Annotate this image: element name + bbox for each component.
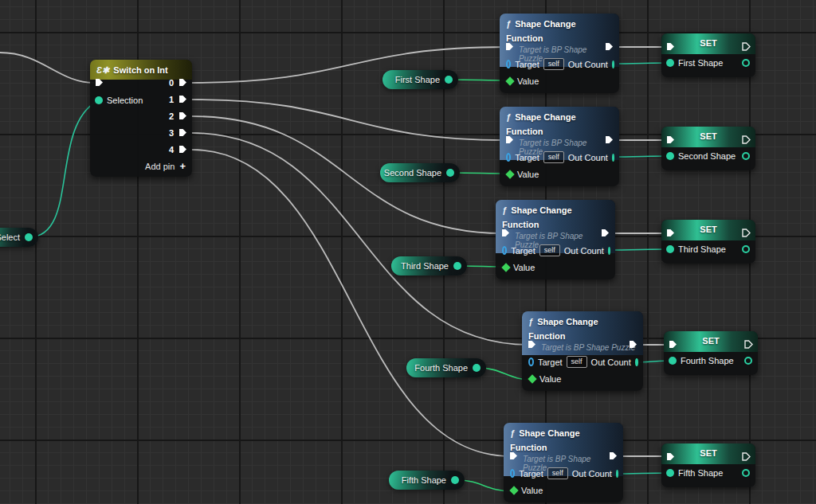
getter-fifth-shape[interactable]: Fifth Shape xyxy=(389,471,465,490)
getter-first-shape-pin[interactable] xyxy=(445,76,453,84)
fn4-value-pin[interactable] xyxy=(528,374,536,383)
fn1-value-pin[interactable] xyxy=(505,76,514,85)
switch-selection-row: Selection xyxy=(95,96,143,105)
fn2-target-pin[interactable] xyxy=(506,153,511,162)
wire-select-to-selection[interactable] xyxy=(29,101,97,237)
fn3-exec-in-pin[interactable] xyxy=(500,228,511,238)
function-node-1[interactable]: ƒShape Change Function Target is BP Shap… xyxy=(500,14,619,93)
switch-case-4-label: 4 xyxy=(169,145,174,154)
fn2-target-label: Target xyxy=(515,153,539,162)
set5-var-out-pin[interactable] xyxy=(742,469,750,477)
set-node-2[interactable]: SET Second Shape xyxy=(661,127,755,170)
switch-on-int-node[interactable]: Ɛ✱Switch on Int Selection 0 1 2 3 4 xyxy=(90,60,192,177)
set3-var-out-pin[interactable] xyxy=(742,245,750,253)
switch-node-title: Switch on Int xyxy=(113,65,167,75)
wire-switch-case-4[interactable] xyxy=(191,150,511,456)
fn2-exec-out-pin[interactable] xyxy=(604,135,614,145)
function-node-2[interactable]: ƒShape Change Function Target is BP Shap… xyxy=(500,107,619,186)
set1-var-label: First Shape xyxy=(678,58,723,68)
getter-fourth-shape[interactable]: Fourth Shape xyxy=(406,358,486,377)
set1-var-out-pin[interactable] xyxy=(742,59,750,67)
switch-case-3-pin[interactable] xyxy=(178,127,188,138)
fn1-exec-out-pin[interactable] xyxy=(604,41,614,52)
function-node-4[interactable]: ƒShape Change Function Target is BP Shap… xyxy=(522,311,643,391)
fn4-self-box[interactable]: self xyxy=(567,356,587,368)
getter-fourth-shape-pin[interactable] xyxy=(473,364,481,372)
set1-exec-in-pin[interactable] xyxy=(665,41,676,52)
set1-var-in-pin[interactable] xyxy=(666,59,674,67)
set2-var-out-pin[interactable] xyxy=(742,152,750,160)
wire-exec-entry[interactable] xyxy=(0,53,94,83)
fn5-target-pin[interactable] xyxy=(510,469,515,478)
fn4-exec-out-pin[interactable] xyxy=(628,339,638,350)
fn4-value-label: Value xyxy=(539,374,561,384)
switch-case-row-2: 2 xyxy=(169,111,188,121)
set4-exec-in-pin[interactable] xyxy=(668,339,678,350)
fn1-exec-in-pin[interactable] xyxy=(504,41,515,52)
set2-exec-out-pin[interactable] xyxy=(741,135,751,145)
set2-var-in-pin[interactable] xyxy=(666,152,674,160)
set5-exec-out-pin[interactable] xyxy=(741,451,751,462)
fn1-self-box[interactable]: self xyxy=(543,58,564,70)
blueprint-graph-canvas[interactable]: Select Ɛ✱Switch on Int Selection 0 1 2 3 xyxy=(0,0,816,504)
switch-case-2-pin[interactable] xyxy=(178,111,188,121)
set-node-3[interactable]: SET Third Shape xyxy=(661,220,755,264)
wire-switch-case-3[interactable] xyxy=(191,133,529,345)
fn5-exec-in-pin[interactable] xyxy=(508,451,519,461)
getter-third-shape[interactable]: Third Shape xyxy=(391,256,467,275)
switch-case-0-pin[interactable] xyxy=(178,77,188,88)
set1-exec-out-pin[interactable] xyxy=(741,41,751,52)
set4-exec-out-pin[interactable] xyxy=(743,339,754,350)
fn3-value-pin[interactable] xyxy=(501,263,510,272)
fn5-value-pin[interactable] xyxy=(509,486,518,494)
getter-fifth-shape-pin[interactable] xyxy=(451,476,459,484)
switch-exec-in-pin[interactable] xyxy=(94,77,104,88)
switch-selection-label: Selection xyxy=(107,96,143,105)
set-node-1[interactable]: SET First Shape xyxy=(661,33,755,77)
fn2-value-pin[interactable] xyxy=(505,170,514,178)
fn3-self-box[interactable]: self xyxy=(539,244,560,256)
set4-var-label: Fourth Shape xyxy=(681,356,734,365)
function-node-3[interactable]: ƒShape Change Function Target is BP Shap… xyxy=(496,200,615,279)
fn2-self-box[interactable]: self xyxy=(543,151,564,163)
switch-case-1-pin[interactable] xyxy=(178,94,188,104)
fn3-exec-out-pin[interactable] xyxy=(600,228,610,238)
getter-first-shape[interactable]: First Shape xyxy=(382,70,458,89)
fn5-out-count-pin[interactable] xyxy=(616,470,618,478)
select-output-pin[interactable] xyxy=(25,233,33,241)
getter-second-shape-pin[interactable] xyxy=(446,169,454,177)
fn5-exec-out-pin[interactable] xyxy=(608,451,618,461)
getter-third-shape-pin[interactable] xyxy=(453,262,461,270)
set5-var-in-pin[interactable] xyxy=(666,469,674,477)
function-icon: ƒ xyxy=(506,19,511,29)
fn4-out-count-pin[interactable] xyxy=(635,358,638,366)
fn1-target-pin[interactable] xyxy=(506,60,511,68)
fn2-exec-in-pin[interactable] xyxy=(504,135,515,145)
fn3-target-pin[interactable] xyxy=(502,246,507,255)
switch-add-pin-button[interactable]: Add pin + xyxy=(145,160,186,172)
set3-exec-out-pin[interactable] xyxy=(741,228,751,238)
set3-var-in-pin[interactable] xyxy=(666,245,674,253)
getter-select[interactable]: Select xyxy=(0,228,38,247)
switch-icon: Ɛ✱ xyxy=(96,65,109,75)
set3-exec-in-pin[interactable] xyxy=(665,228,676,238)
switch-selection-pin[interactable] xyxy=(95,96,103,104)
fn1-out-count-pin[interactable] xyxy=(612,61,614,68)
set4-var-out-pin[interactable] xyxy=(744,357,752,365)
fn3-out-count-pin[interactable] xyxy=(608,247,610,255)
getter-first-shape-label: First Shape xyxy=(395,75,440,84)
fn4-exec-in-pin[interactable] xyxy=(527,339,537,350)
switch-case-4-pin[interactable] xyxy=(178,144,188,154)
function-node-5[interactable]: ƒShape Change Function Target is BP Shap… xyxy=(504,423,623,502)
fn4-target-pin[interactable] xyxy=(528,357,534,366)
fn2-out-count-pin[interactable] xyxy=(612,154,614,162)
wire-switch-case-0[interactable] xyxy=(191,47,507,83)
fn4-target-label: Target xyxy=(538,357,563,367)
getter-second-shape[interactable]: Second Shape xyxy=(380,163,460,182)
set-node-4[interactable]: SET Fourth Shape xyxy=(664,331,758,375)
set5-exec-in-pin[interactable] xyxy=(665,451,676,462)
fn5-self-box[interactable]: self xyxy=(547,467,568,479)
set4-var-in-pin[interactable] xyxy=(669,357,677,365)
set-node-5[interactable]: SET Fifth Shape xyxy=(661,443,755,487)
set2-exec-in-pin[interactable] xyxy=(665,135,676,145)
